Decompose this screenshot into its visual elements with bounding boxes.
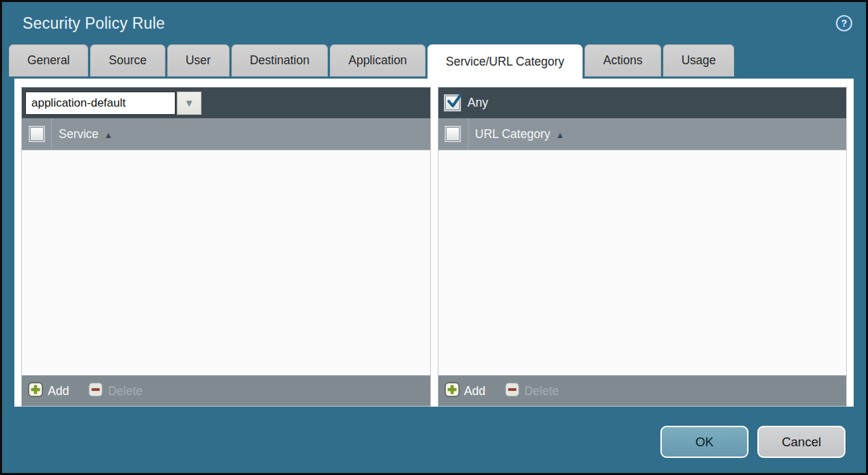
tab-application[interactable]: Application	[330, 44, 425, 77]
service-combobox: ▼	[25, 92, 201, 115]
tab-service-url-category[interactable]: Service/URL Category	[428, 44, 583, 79]
service-combo-dropdown-button[interactable]: ▼	[177, 92, 201, 115]
url-category-select-all-checkbox[interactable]	[446, 127, 460, 141]
add-icon	[28, 382, 43, 400]
tab-destination[interactable]: Destination	[232, 44, 328, 77]
delete-icon	[88, 382, 103, 400]
any-checkbox-label: Any	[468, 96, 488, 110]
service-combo-input[interactable]	[25, 92, 176, 115]
service-panel: ▼ Service ▲	[21, 87, 431, 407]
service-column-label: Service	[59, 127, 98, 141]
cancel-button[interactable]: Cancel	[757, 426, 845, 458]
chevron-down-icon: ▼	[184, 98, 195, 108]
url-category-delete-button[interactable]: Delete	[505, 382, 559, 400]
service-toolbar: ▼	[22, 87, 430, 118]
dialog-title: Security Policy Rule	[23, 14, 165, 33]
url-category-panel: Any URL Category ▲ Add	[438, 87, 848, 407]
tab-user[interactable]: User	[167, 44, 229, 77]
tab-usage[interactable]: Usage	[663, 44, 735, 77]
tab-bar: General Source User Destination Applicat…	[2, 44, 866, 79]
url-category-add-button[interactable]: Add	[445, 382, 486, 400]
dialog-titlebar: Security Policy Rule ?	[2, 2, 866, 44]
url-category-panel-footer: Add Delete	[438, 375, 847, 406]
svg-text:?: ?	[841, 18, 848, 29]
sort-asc-icon: ▲	[104, 128, 113, 140]
sort-asc-icon: ▲	[556, 128, 565, 140]
tab-source[interactable]: Source	[90, 44, 165, 77]
security-policy-rule-dialog: Security Policy Rule ? General Source Us…	[0, 0, 868, 475]
url-category-list[interactable]	[438, 150, 847, 375]
tab-general[interactable]: General	[9, 44, 88, 77]
service-list[interactable]	[22, 150, 430, 375]
tab-actions[interactable]: Actions	[585, 44, 660, 77]
url-category-toolbar: Any	[438, 87, 847, 118]
any-checkbox[interactable]	[445, 96, 460, 110]
dialog-button-row: OK Cancel	[660, 426, 845, 458]
service-delete-button[interactable]: Delete	[88, 382, 143, 400]
service-panel-footer: Add Delete	[22, 375, 430, 406]
service-select-all-checkbox[interactable]	[30, 127, 44, 141]
delete-icon	[505, 382, 520, 400]
service-column-header[interactable]: Service ▲	[22, 118, 430, 150]
add-icon	[445, 382, 460, 400]
ok-button[interactable]: OK	[660, 426, 748, 458]
help-icon[interactable]: ?	[835, 14, 854, 33]
url-category-column-header[interactable]: URL Category ▲	[438, 118, 847, 150]
url-category-column-label: URL Category	[475, 127, 550, 141]
service-add-button[interactable]: Add	[28, 382, 69, 400]
content-card: ▼ Service ▲	[14, 79, 854, 407]
